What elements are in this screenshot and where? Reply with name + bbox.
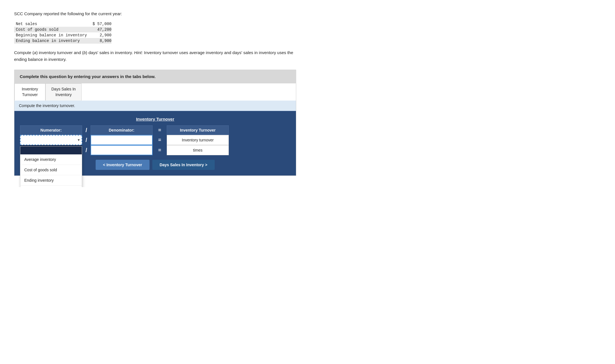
value-cogs: 47,200 <box>91 27 111 32</box>
value-net-sales: $ 57,000 <box>91 21 111 27</box>
table-row: Net sales $ 57,000 <box>14 21 111 27</box>
dropdown-overlay: Average inventory Cost of goods sold End… <box>20 146 82 187</box>
tab-inventory-turnover[interactable]: InventoryTurnover <box>14 83 45 101</box>
dropdown-item-ending[interactable]: Ending inventory <box>20 175 82 186</box>
row2-equals: = <box>153 147 167 153</box>
row1-slash: / <box>82 137 91 143</box>
header-result: Inventory Turnover <box>167 125 229 135</box>
label-net-sales: Net sales <box>14 21 91 27</box>
row2-slash: / <box>82 147 91 154</box>
dropdown-arrow-icon: ▼ <box>77 138 80 142</box>
value-ending-inventory: 8,900 <box>91 38 111 44</box>
header-slash: / <box>82 127 91 134</box>
header-denominator: Denominator: <box>91 125 153 135</box>
tabs-container: InventoryTurnover Days Sales InInventory… <box>14 83 296 176</box>
value-beginning-inventory: 2,900 <box>91 32 111 38</box>
hint-text: Compute (a) inventory turnover and (b) d… <box>14 49 296 63</box>
formula-row-1-wrapper: ▼ / = Inventory turnover Average invento… <box>20 135 290 145</box>
dropdown-header-fill <box>20 147 82 154</box>
dropdown-item-netsales[interactable]: Net sales <box>20 186 82 187</box>
tab-subtitle: Compute the inventory turnover. <box>19 103 75 108</box>
dropdown-item-average[interactable]: Average inventory <box>20 154 82 165</box>
label-ending-inventory: Ending balance in inventory <box>14 38 91 44</box>
formula-header-row: Numerator: / Denominator: = Inventory Tu… <box>20 125 290 135</box>
tabs-row: InventoryTurnover Days Sales InInventory <box>14 83 296 101</box>
tab-days-sales[interactable]: Days Sales InInventory <box>45 83 82 101</box>
result-label-1: Inventory turnover <box>167 135 229 145</box>
tab-content-header: Compute the inventory turnover. <box>14 101 296 111</box>
label-cogs: Cost of goods sold <box>14 27 91 32</box>
dropdown-item-cogs[interactable]: Cost of goods sold <box>20 165 82 175</box>
times-result: times <box>167 145 229 155</box>
banner-label: Complete this question by entering your … <box>20 74 155 79</box>
intro-title: SCC Company reported the following for t… <box>14 11 296 16</box>
table-row: Ending balance in inventory 8,900 <box>14 38 111 44</box>
complete-banner: Complete this question by entering your … <box>14 70 296 83</box>
denominator-input-1[interactable] <box>91 135 153 145</box>
numerator-dropdown[interactable]: ▼ <box>20 135 82 145</box>
header-numerator: Numerator: <box>20 125 82 135</box>
row1-equals: = <box>153 137 167 143</box>
table-row: Cost of goods sold 47,200 <box>14 27 111 32</box>
header-equals: = <box>153 127 167 133</box>
formula-title: Inventory Turnover <box>20 117 290 121</box>
table-row: Beginning balance in inventory 2,900 <box>14 32 111 38</box>
denominator-input-2[interactable] <box>91 145 153 155</box>
prev-button[interactable]: < Inventory Turnover <box>96 160 150 170</box>
label-beginning-inventory: Beginning balance in inventory <box>14 32 91 38</box>
formula-section: Inventory Turnover Numerator: / Denomina… <box>14 111 296 176</box>
data-table: Net sales $ 57,000 Cost of goods sold 47… <box>14 21 111 44</box>
next-button[interactable]: Days Sales In Inventory > <box>152 160 215 170</box>
formula-row-1: ▼ / = Inventory turnover <box>20 135 290 145</box>
